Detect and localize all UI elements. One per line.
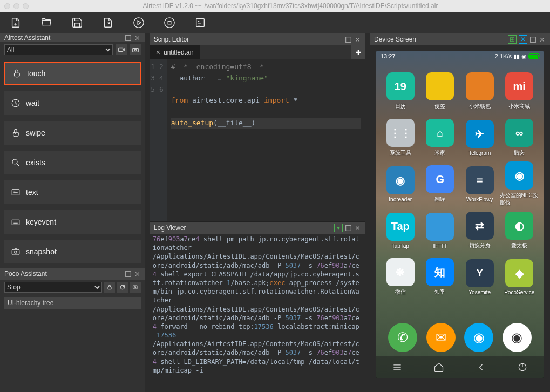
device-tools-icon[interactable]: ✕ [519, 35, 527, 44]
dock-phone-icon[interactable]: ✆ [388, 323, 417, 352]
device-screen-viewport[interactable]: 13:27 2.1K/s ▮▮ ◉ 19日历便签小米钱包mi小米商城⋮⋮系统工具… [370, 45, 550, 392]
editor-tab[interactable]: × untitled.air [150, 45, 200, 59]
svg-point-1 [165, 18, 174, 28]
svg-rect-6 [133, 48, 139, 52]
phone-dock[interactable]: ✆✉◉◉ [376, 319, 544, 356]
svg-rect-4 [125, 35, 131, 40]
svg-rect-10 [12, 190, 19, 195]
detach-icon[interactable] [125, 271, 132, 278]
assistant-item-swipe[interactable]: swipe [4, 121, 141, 145]
script-editor-header: Script Editor [150, 33, 365, 45]
filter-icon[interactable]: ▾ [334, 224, 343, 232]
app-label: 翻译 [434, 195, 445, 203]
app-icon[interactable]: 便签 [420, 68, 460, 114]
app-label: Telegram [468, 150, 491, 156]
app-icon[interactable]: 19日历 [381, 68, 420, 114]
app-icon[interactable]: ⇄切换分身 [460, 207, 500, 254]
app-icon[interactable]: ◉办公室的NEC投影仪 [500, 161, 540, 207]
app-icon[interactable]: ∞酷安 [500, 114, 540, 161]
line-number-gutter: 1 2 3 4 5 6 [150, 59, 167, 221]
app-icon[interactable]: 知知乎 [420, 254, 460, 300]
app-label: 小米钱包 [469, 103, 491, 110]
assistant-item-text[interactable]: text [4, 180, 141, 204]
assistant-item-snapshot[interactable]: snapshot [4, 240, 141, 263]
svg-rect-14 [125, 271, 131, 276]
inspect-icon[interactable] [130, 282, 141, 293]
camera-tool-icon[interactable] [130, 44, 141, 55]
app-icon[interactable]: ✈Telegram [460, 114, 500, 161]
app-icon[interactable]: IFTTT [420, 207, 460, 254]
close-panel-icon[interactable] [134, 271, 141, 278]
app-label: Inoreader [389, 197, 412, 202]
assistant-panel-header: Airtest Assistant [0, 33, 145, 42]
assistant-item-touch[interactable]: touch [4, 62, 141, 85]
stop-icon[interactable] [164, 17, 175, 29]
back-nav-icon[interactable] [476, 362, 486, 373]
poco-tree-placeholder[interactable]: UI-hierachy tree [4, 297, 141, 309]
phone-nav-bar[interactable] [376, 356, 544, 378]
app-icon[interactable]: TapTapTap [381, 207, 420, 254]
log-output[interactable]: 76ef903a7ce4 shell pm path jp.co.cyberag… [150, 234, 365, 392]
close-window-icon[interactable] [4, 3, 10, 9]
app-icon[interactable]: ⋮⋮系统工具 [381, 114, 420, 161]
power-nav-icon[interactable] [517, 362, 528, 373]
add-tab-button[interactable] [351, 45, 365, 59]
code-area[interactable]: # -*- encoding=utf8 -*- __author__ = "ki… [167, 59, 365, 221]
app-icon[interactable]: ≡WorkFlowy [460, 161, 500, 207]
zoom-window-icon[interactable] [23, 3, 29, 9]
app-icon[interactable]: mi小米商城 [500, 68, 540, 114]
assistant-item-keyevent[interactable]: keyevent [4, 210, 141, 234]
phone-home-grid[interactable]: 19日历便签小米钱包mi小米商城⋮⋮系统工具⌂米家✈Telegram∞酷安◉In… [376, 66, 544, 356]
export-icon[interactable] [102, 17, 114, 29]
assistant-filter-select[interactable]: All [4, 44, 113, 55]
svg-point-13 [15, 251, 17, 254]
app-icon[interactable]: ❋微信 [381, 254, 420, 300]
app-icon[interactable]: G翻译 [420, 161, 460, 207]
save-icon[interactable] [71, 17, 83, 29]
detach-icon[interactable] [345, 36, 352, 43]
close-panel-icon[interactable] [354, 225, 361, 232]
menu-nav-icon[interactable] [392, 362, 403, 373]
assistant-title: Airtest Assistant [4, 34, 50, 42]
code-editor[interactable]: 1 2 3 4 5 6 # -*- encoding=utf8 -*- __au… [150, 59, 365, 221]
app-icon[interactable]: ◆PocoService [500, 254, 540, 300]
log-report-icon[interactable] [194, 17, 206, 29]
close-panel-icon[interactable] [539, 36, 546, 43]
dock-msg-icon[interactable]: ✉ [426, 323, 456, 352]
app-label: 知乎 [434, 288, 445, 296]
app-icon[interactable]: YYosemite [460, 254, 500, 300]
svg-rect-20 [531, 37, 536, 42]
detach-icon[interactable] [529, 36, 537, 43]
app-icon[interactable]: ⌂米家 [420, 114, 460, 161]
assistant-item-wait[interactable]: wait [4, 91, 141, 115]
close-panel-icon[interactable] [134, 35, 141, 42]
editor-tab-bar: × untitled.air [150, 45, 365, 59]
assistant-item-exists[interactable]: exists [4, 151, 141, 174]
svg-point-0 [134, 18, 144, 28]
poco-mode-select[interactable]: Stop [4, 282, 102, 293]
app-label: 微信 [395, 288, 406, 296]
app-icon[interactable]: ◉Inoreader [381, 161, 420, 207]
device-select-icon[interactable]: ⊞ [508, 35, 517, 44]
tab-close-icon[interactable]: × [156, 48, 160, 57]
svg-rect-19 [346, 225, 351, 231]
refresh-icon[interactable] [117, 282, 128, 293]
dock-camera-icon[interactable]: ◉ [503, 323, 532, 352]
assistant-item-label: keyevent [26, 218, 56, 226]
close-panel-icon[interactable] [354, 36, 361, 43]
new-file-icon[interactable] [10, 17, 22, 29]
traffic-lights [4, 3, 29, 9]
lock-icon[interactable] [104, 282, 115, 293]
open-folder-icon[interactable] [40, 17, 52, 29]
record-icon[interactable] [116, 44, 127, 55]
play-icon[interactable] [133, 17, 145, 29]
app-icon[interactable]: 小米钱包 [460, 68, 500, 114]
minimize-window-icon[interactable] [13, 3, 19, 9]
phone-mirror[interactable]: 13:27 2.1K/s ▮▮ ◉ 19日历便签小米钱包mi小米商城⋮⋮系统工具… [376, 51, 544, 378]
window-titlebar: Airtest IDE v1.2.0 ~~ /var/folders/ky/31… [0, 0, 550, 12]
detach-icon[interactable] [345, 225, 352, 232]
app-icon[interactable]: ◐爱太极 [500, 207, 540, 254]
home-nav-icon[interactable] [433, 362, 444, 373]
dock-browser-icon[interactable]: ◉ [464, 323, 493, 352]
detach-icon[interactable] [125, 35, 132, 42]
